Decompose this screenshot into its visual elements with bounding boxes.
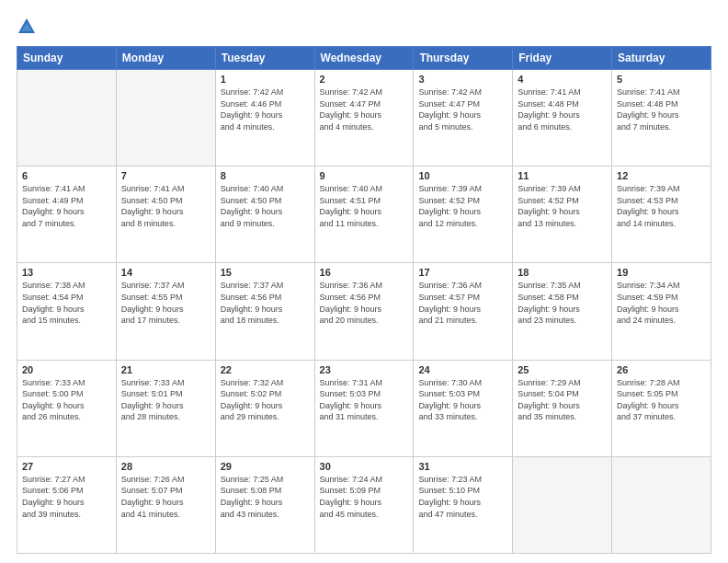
day-info: Sunrise: 7:36 AM Sunset: 4:57 PM Dayligh…: [418, 280, 507, 326]
day-info: Sunrise: 7:32 AM Sunset: 5:02 PM Dayligh…: [221, 377, 310, 423]
day-info: Sunrise: 7:34 AM Sunset: 4:59 PM Dayligh…: [617, 280, 706, 326]
calendar-header-tuesday: Tuesday: [215, 47, 314, 70]
day-info: Sunrise: 7:41 AM Sunset: 4:50 PM Dayligh…: [121, 183, 210, 229]
calendar-cell: 25Sunrise: 7:29 AM Sunset: 5:04 PM Dayli…: [513, 360, 612, 456]
day-number: 26: [617, 364, 706, 375]
calendar-cell: 1Sunrise: 7:42 AM Sunset: 4:46 PM Daylig…: [215, 70, 314, 167]
calendar-cell: 26Sunrise: 7:28 AM Sunset: 5:05 PM Dayli…: [612, 360, 711, 456]
day-info: Sunrise: 7:33 AM Sunset: 5:01 PM Dayligh…: [121, 377, 210, 423]
day-number: 4: [518, 74, 607, 85]
day-info: Sunrise: 7:35 AM Sunset: 4:58 PM Dayligh…: [518, 280, 607, 326]
day-number: 5: [617, 74, 706, 85]
day-info: Sunrise: 7:40 AM Sunset: 4:51 PM Dayligh…: [320, 183, 409, 229]
day-number: 21: [121, 364, 210, 375]
calendar-cell: [513, 456, 612, 553]
calendar-week-row: 27Sunrise: 7:27 AM Sunset: 5:06 PM Dayli…: [17, 456, 711, 553]
day-info: Sunrise: 7:27 AM Sunset: 5:06 PM Dayligh…: [22, 474, 111, 520]
calendar-cell: 30Sunrise: 7:24 AM Sunset: 5:09 PM Dayli…: [314, 456, 414, 553]
day-number: 1: [221, 74, 310, 85]
calendar-cell: 8Sunrise: 7:40 AM Sunset: 4:50 PM Daylig…: [215, 167, 314, 263]
calendar-header-sunday: Sunday: [17, 47, 117, 70]
calendar-header-wednesday: Wednesday: [314, 47, 414, 70]
page: SundayMondayTuesdayWednesdayThursdayFrid…: [0, 0, 728, 563]
day-number: 7: [121, 170, 210, 181]
day-number: 29: [221, 461, 310, 472]
calendar-cell: [612, 456, 711, 553]
day-info: Sunrise: 7:26 AM Sunset: 5:07 PM Dayligh…: [121, 474, 210, 520]
calendar-cell: 23Sunrise: 7:31 AM Sunset: 5:03 PM Dayli…: [314, 360, 414, 456]
calendar-cell: 9Sunrise: 7:40 AM Sunset: 4:51 PM Daylig…: [314, 167, 414, 263]
calendar-week-row: 6Sunrise: 7:41 AM Sunset: 4:49 PM Daylig…: [17, 167, 711, 263]
calendar-cell: [116, 70, 215, 167]
calendar-cell: 7Sunrise: 7:41 AM Sunset: 4:50 PM Daylig…: [116, 167, 215, 263]
day-number: 28: [121, 461, 210, 472]
calendar-cell: 20Sunrise: 7:33 AM Sunset: 5:00 PM Dayli…: [17, 360, 117, 456]
calendar-header-row: SundayMondayTuesdayWednesdayThursdayFrid…: [17, 47, 711, 70]
logo: [17, 17, 40, 37]
day-info: Sunrise: 7:39 AM Sunset: 4:52 PM Dayligh…: [518, 183, 607, 229]
day-number: 30: [320, 461, 409, 472]
calendar-header-thursday: Thursday: [414, 47, 513, 70]
calendar-cell: 21Sunrise: 7:33 AM Sunset: 5:01 PM Dayli…: [116, 360, 215, 456]
day-info: Sunrise: 7:31 AM Sunset: 5:03 PM Dayligh…: [320, 377, 409, 423]
day-info: Sunrise: 7:30 AM Sunset: 5:03 PM Dayligh…: [418, 377, 507, 423]
day-number: 14: [121, 267, 210, 278]
calendar-cell: 19Sunrise: 7:34 AM Sunset: 4:59 PM Dayli…: [612, 263, 711, 360]
day-number: 15: [221, 267, 310, 278]
calendar-cell: 17Sunrise: 7:36 AM Sunset: 4:57 PM Dayli…: [414, 263, 513, 360]
day-number: 18: [518, 267, 607, 278]
day-number: 3: [418, 74, 507, 85]
day-info: Sunrise: 7:28 AM Sunset: 5:05 PM Dayligh…: [617, 377, 706, 423]
day-info: Sunrise: 7:37 AM Sunset: 4:55 PM Dayligh…: [121, 280, 210, 326]
calendar-week-row: 20Sunrise: 7:33 AM Sunset: 5:00 PM Dayli…: [17, 360, 711, 456]
calendar-cell: 10Sunrise: 7:39 AM Sunset: 4:52 PM Dayli…: [414, 167, 513, 263]
day-info: Sunrise: 7:41 AM Sunset: 4:49 PM Dayligh…: [22, 183, 111, 229]
day-info: Sunrise: 7:39 AM Sunset: 4:53 PM Dayligh…: [617, 183, 706, 229]
day-number: 23: [320, 364, 409, 375]
day-info: Sunrise: 7:23 AM Sunset: 5:10 PM Dayligh…: [418, 474, 507, 520]
calendar-cell: 2Sunrise: 7:42 AM Sunset: 4:47 PM Daylig…: [314, 70, 414, 167]
day-number: 6: [22, 170, 111, 181]
day-info: Sunrise: 7:37 AM Sunset: 4:56 PM Dayligh…: [221, 280, 310, 326]
day-number: 16: [320, 267, 409, 278]
day-info: Sunrise: 7:40 AM Sunset: 4:50 PM Dayligh…: [221, 183, 310, 229]
day-number: 17: [418, 267, 507, 278]
calendar-cell: 4Sunrise: 7:41 AM Sunset: 4:48 PM Daylig…: [513, 70, 612, 167]
calendar-cell: 28Sunrise: 7:26 AM Sunset: 5:07 PM Dayli…: [116, 456, 215, 553]
day-info: Sunrise: 7:41 AM Sunset: 4:48 PM Dayligh…: [617, 86, 706, 132]
logo-icon: [17, 17, 37, 37]
calendar-cell: 14Sunrise: 7:37 AM Sunset: 4:55 PM Dayli…: [116, 263, 215, 360]
day-number: 25: [518, 364, 607, 375]
day-number: 31: [418, 461, 507, 472]
calendar-cell: 6Sunrise: 7:41 AM Sunset: 4:49 PM Daylig…: [17, 167, 117, 263]
day-number: 19: [617, 267, 706, 278]
day-number: 8: [221, 170, 310, 181]
calendar-cell: 22Sunrise: 7:32 AM Sunset: 5:02 PM Dayli…: [215, 360, 314, 456]
calendar-cell: 13Sunrise: 7:38 AM Sunset: 4:54 PM Dayli…: [17, 263, 117, 360]
day-number: 11: [518, 170, 607, 181]
calendar-cell: 12Sunrise: 7:39 AM Sunset: 4:53 PM Dayli…: [612, 167, 711, 263]
day-info: Sunrise: 7:42 AM Sunset: 4:46 PM Dayligh…: [221, 86, 310, 132]
calendar-cell: 16Sunrise: 7:36 AM Sunset: 4:56 PM Dayli…: [314, 263, 414, 360]
calendar-cell: 3Sunrise: 7:42 AM Sunset: 4:47 PM Daylig…: [414, 70, 513, 167]
day-info: Sunrise: 7:42 AM Sunset: 4:47 PM Dayligh…: [320, 86, 409, 132]
day-number: 22: [221, 364, 310, 375]
day-info: Sunrise: 7:39 AM Sunset: 4:52 PM Dayligh…: [418, 183, 507, 229]
day-info: Sunrise: 7:24 AM Sunset: 5:09 PM Dayligh…: [320, 474, 409, 520]
day-number: 24: [418, 364, 507, 375]
day-info: Sunrise: 7:38 AM Sunset: 4:54 PM Dayligh…: [22, 280, 111, 326]
day-info: Sunrise: 7:29 AM Sunset: 5:04 PM Dayligh…: [518, 377, 607, 423]
calendar-header-saturday: Saturday: [612, 47, 711, 70]
calendar-table: SundayMondayTuesdayWednesdayThursdayFrid…: [17, 46, 711, 554]
calendar-cell: 29Sunrise: 7:25 AM Sunset: 5:08 PM Dayli…: [215, 456, 314, 553]
day-info: Sunrise: 7:25 AM Sunset: 5:08 PM Dayligh…: [221, 474, 310, 520]
calendar-week-row: 1Sunrise: 7:42 AM Sunset: 4:46 PM Daylig…: [17, 70, 711, 167]
calendar-header-monday: Monday: [116, 47, 215, 70]
day-number: 10: [418, 170, 507, 181]
calendar-cell: 18Sunrise: 7:35 AM Sunset: 4:58 PM Dayli…: [513, 263, 612, 360]
calendar-cell: 24Sunrise: 7:30 AM Sunset: 5:03 PM Dayli…: [414, 360, 513, 456]
day-info: Sunrise: 7:33 AM Sunset: 5:00 PM Dayligh…: [22, 377, 111, 423]
calendar-week-row: 13Sunrise: 7:38 AM Sunset: 4:54 PM Dayli…: [17, 263, 711, 360]
calendar-header-friday: Friday: [513, 47, 612, 70]
day-number: 13: [22, 267, 111, 278]
